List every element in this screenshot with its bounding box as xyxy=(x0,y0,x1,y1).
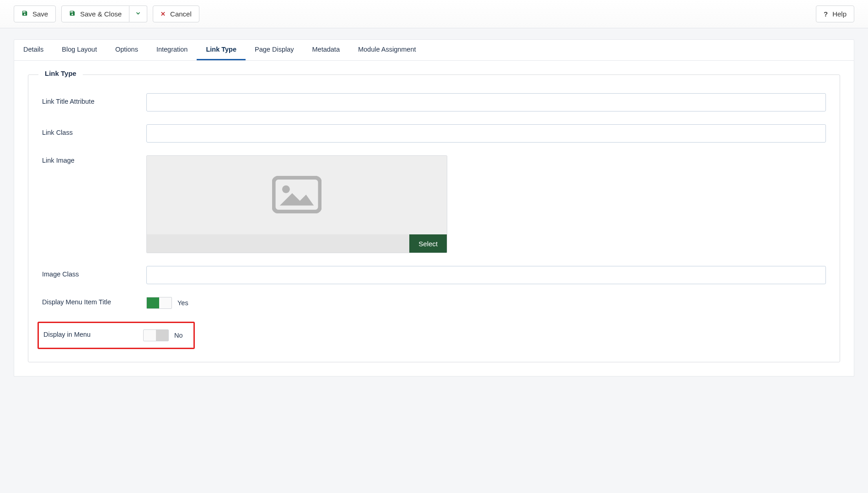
svg-point-1 xyxy=(282,185,290,193)
help-icon: ? xyxy=(824,10,828,18)
row-link-title-attribute: Link Title Attribute xyxy=(42,93,826,111)
image-footer-spacer xyxy=(147,234,409,253)
tab-metadata[interactable]: Metadata xyxy=(303,40,348,60)
fieldset-legend: Link Type xyxy=(38,69,83,77)
toggle-display-menu-item-title[interactable] xyxy=(146,297,172,309)
save-dropdown-button[interactable] xyxy=(129,5,147,22)
help-label: Help xyxy=(832,10,847,18)
input-link-class[interactable] xyxy=(146,124,826,143)
image-placeholder-icon xyxy=(272,176,321,215)
input-link-title-attribute[interactable] xyxy=(146,93,826,111)
tab-module-assignment[interactable]: Module Assignment xyxy=(349,40,425,60)
tab-link-type[interactable]: Link Type xyxy=(197,40,246,60)
label-display-menu-item-title: Display Menu Item Title xyxy=(42,297,146,306)
close-icon: ✕ xyxy=(161,11,166,17)
image-selector: Select xyxy=(146,155,447,253)
row-display-menu-item-title: Display Menu Item Title Yes xyxy=(42,297,826,309)
input-image-class[interactable] xyxy=(146,266,826,284)
save-icon xyxy=(21,10,28,18)
save-close-group: Save & Close xyxy=(61,5,147,22)
label-link-title-attribute: Link Title Attribute xyxy=(42,93,146,105)
cancel-label: Cancel xyxy=(170,10,192,18)
tab-page-display[interactable]: Page Display xyxy=(246,40,303,60)
row-display-in-menu: Display in Menu No xyxy=(43,329,193,341)
tab-integration[interactable]: Integration xyxy=(147,40,197,60)
tab-options[interactable]: Options xyxy=(106,40,147,60)
toggle-display-in-menu[interactable] xyxy=(143,329,169,341)
label-image-class: Image Class xyxy=(42,266,146,278)
toolbar-left: Save Save & Close ✕ Cancel xyxy=(14,5,199,22)
content: Details Blog Layout Options Integration … xyxy=(0,28,868,387)
save-close-label: Save & Close xyxy=(80,10,122,18)
image-select-button[interactable]: Select xyxy=(409,234,447,253)
chevron-down-icon xyxy=(135,10,141,18)
svg-rect-0 xyxy=(273,177,320,211)
image-preview xyxy=(147,156,447,234)
toggle-knob xyxy=(147,297,159,308)
save-icon xyxy=(69,10,75,18)
tab-blog-layout[interactable]: Blog Layout xyxy=(53,40,106,60)
toolbar: Save Save & Close ✕ Cancel ? Help xyxy=(0,0,868,28)
label-link-image: Link Image xyxy=(42,155,146,164)
highlight-display-in-menu: Display in Menu No xyxy=(38,322,195,349)
toolbar-right: ? Help xyxy=(816,5,854,22)
panel: Link Type Link Title Attribute Link Clas… xyxy=(14,61,854,376)
toggle-state-display-in-menu: No xyxy=(174,332,183,339)
help-button[interactable]: ? Help xyxy=(816,5,854,22)
label-link-class: Link Class xyxy=(42,124,146,136)
tab-details[interactable]: Details xyxy=(14,40,53,60)
save-label: Save xyxy=(32,10,48,18)
label-display-in-menu: Display in Menu xyxy=(43,329,143,338)
toggle-knob xyxy=(156,330,168,341)
row-link-class: Link Class xyxy=(42,124,826,143)
image-footer: Select xyxy=(147,234,447,253)
cancel-button[interactable]: ✕ Cancel xyxy=(153,5,199,22)
save-close-button[interactable]: Save & Close xyxy=(61,5,129,22)
toggle-state-display-menu-item-title: Yes xyxy=(177,299,188,307)
save-button[interactable]: Save xyxy=(14,5,56,22)
tabs: Details Blog Layout Options Integration … xyxy=(14,39,854,61)
row-link-image: Link Image xyxy=(42,155,826,253)
row-image-class: Image Class xyxy=(42,266,826,284)
fieldset-link-type: Link Type Link Title Attribute Link Clas… xyxy=(28,74,840,362)
